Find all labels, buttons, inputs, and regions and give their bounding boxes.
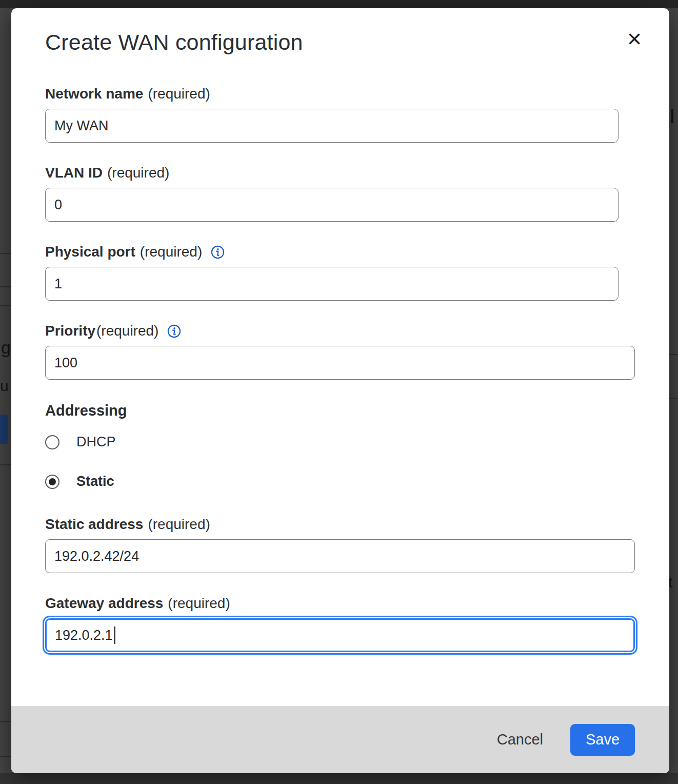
save-button[interactable]: Save — [570, 724, 635, 756]
text-cursor — [114, 626, 115, 644]
vlan-id-label: VLAN ID (required) — [45, 165, 635, 181]
addressing-option-dhcp[interactable]: DHCP — [45, 434, 635, 450]
vlan-id-input[interactable] — [45, 188, 619, 222]
priority-label: Priority (required) — [45, 323, 635, 339]
background-primary-button-fragment — [0, 415, 8, 444]
background-row-divider — [0, 464, 11, 465]
priority-input[interactable] — [45, 346, 635, 380]
static-address-label: Static address (required) — [45, 516, 635, 533]
background-text-fragment: g — [1, 338, 11, 358]
cancel-button[interactable]: Cancel — [495, 727, 545, 752]
dialog-title: Create WAN configuration — [45, 30, 635, 55]
gateway-address-label: Gateway address (required) — [45, 595, 635, 612]
radio-label: Static — [76, 474, 114, 489]
background-topbar — [0, 0, 678, 8]
radio-selected-icon — [45, 475, 59, 489]
background-text-fragment: u — [0, 377, 9, 395]
network-name-input[interactable] — [45, 109, 619, 143]
background-row-divider — [0, 305, 11, 306]
background-row-divider — [0, 253, 11, 254]
background-row-divider — [0, 721, 11, 722]
dialog-footer: Cancel Save — [11, 706, 669, 773]
addressing-heading: Addressing — [45, 402, 635, 419]
network-name-label: Network name (required) — [45, 86, 635, 102]
create-wan-configuration-dialog: × Create WAN configuration Network name … — [11, 8, 669, 773]
background-row-divider — [0, 286, 11, 287]
background-bottom — [0, 773, 678, 784]
radio-label: DHCP — [76, 434, 116, 450]
background-text-fragment — [671, 109, 673, 123]
background-row-divider — [669, 398, 678, 399]
info-icon[interactable] — [211, 245, 225, 259]
radio-unselected-icon — [45, 435, 59, 449]
addressing-option-static[interactable]: Static — [45, 474, 635, 489]
info-icon[interactable] — [167, 324, 181, 338]
physical-port-label: Physical port (required) — [45, 244, 635, 260]
physical-port-input[interactable] — [45, 267, 619, 301]
gateway-address-input[interactable]: 192.0.2.1 — [45, 618, 635, 652]
static-address-input[interactable] — [45, 539, 635, 573]
background-row-divider — [669, 354, 678, 355]
background-row-divider — [0, 756, 11, 757]
